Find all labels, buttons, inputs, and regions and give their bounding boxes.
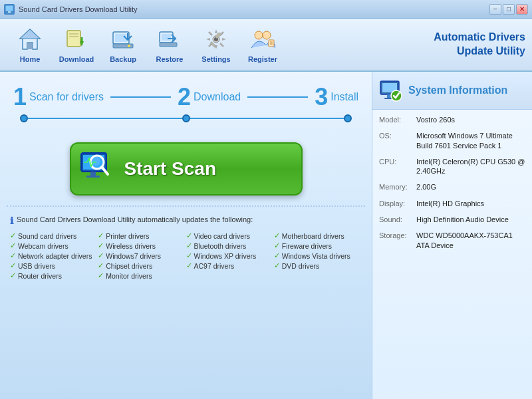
sysinfo-row-os: OS: Microsoft Windows 7 Ultimate Build 7… xyxy=(379,131,525,150)
list-item: ✓Printer drivers xyxy=(98,231,186,240)
left-panel: 1 Scan for drivers 2 Download 3 Install xyxy=(0,72,372,399)
step-1-number: 1 xyxy=(13,85,27,109)
progress-dot-1 xyxy=(20,114,28,122)
sysinfo-row-model: Model: Vostro 260s xyxy=(379,115,525,124)
restore-icon xyxy=(156,26,183,53)
backup-icon xyxy=(110,26,136,53)
sysinfo-title: System Information xyxy=(408,84,507,96)
check-icon: ✓ xyxy=(10,241,16,250)
check-icon: ✓ xyxy=(10,231,16,240)
svg-rect-7 xyxy=(69,33,78,35)
list-item: ✓Network adapter drivers xyxy=(10,251,98,260)
steps-row: 1 Scan for drivers 2 Download 3 Install xyxy=(13,85,358,109)
section-divider xyxy=(7,205,365,207)
step-1-label: Scan for drivers xyxy=(29,91,104,103)
info-icon: ℹ xyxy=(10,215,13,226)
sysinfo-label-model: Model: xyxy=(379,115,412,124)
window-title: Sound Card Drivers Download Utility xyxy=(19,5,489,13)
check-icon: ✓ xyxy=(98,261,104,270)
check-icon: ✓ xyxy=(274,231,280,240)
progress-line-2 xyxy=(190,118,344,119)
sysinfo-value-os: Microsoft Windows 7 Ultimate Build 7601 … xyxy=(416,131,525,150)
check-icon: ✓ xyxy=(274,241,280,250)
download-label: Download xyxy=(59,55,94,63)
sysinfo-label-display: Display: xyxy=(379,199,412,208)
scan-button-area: Start Scan xyxy=(0,136,372,202)
settings-icon xyxy=(203,26,229,53)
toolbar-item-settings[interactable]: Settings xyxy=(193,23,239,66)
scan-monitor-icon xyxy=(78,149,118,189)
app-icon xyxy=(4,4,15,15)
backup-label: Backup xyxy=(110,55,136,63)
list-item: ✓USB drivers xyxy=(10,261,98,270)
sysinfo-value-model: Vostro 260s xyxy=(416,115,455,124)
toolbar-item-register[interactable]: Register xyxy=(239,23,286,66)
step-1: 1 Scan for drivers xyxy=(13,85,104,109)
home-label: Home xyxy=(20,55,41,63)
info-title: ℹ Sound Card Drivers Download Utility au… xyxy=(10,215,362,226)
right-panel: System Information Model: Vostro 260s OS… xyxy=(372,72,532,399)
check-icon: ✓ xyxy=(10,261,16,270)
sysinfo-icon xyxy=(379,78,403,102)
check-icon: ✓ xyxy=(10,271,16,280)
list-item: ✓Fireware drivers xyxy=(274,241,362,250)
window-controls[interactable]: − □ ✕ xyxy=(489,4,528,15)
svg-rect-10 xyxy=(81,37,83,42)
check-icon: ✓ xyxy=(98,231,104,240)
check-icon: ✓ xyxy=(274,261,280,270)
sysinfo-value-sound: High Definition Audio Device xyxy=(416,215,509,224)
toolbar-item-restore[interactable]: Restore xyxy=(146,23,193,66)
sysinfo-row-storage: Storage: WDC WD5000AAKX-753CA1 ATA Devic… xyxy=(379,231,525,250)
list-item: ✓Webcam drivers xyxy=(10,241,98,250)
step-2-number: 2 xyxy=(178,85,191,109)
sysinfo-value-storage: WDC WD5000AAKX-753CA1 ATA Device xyxy=(416,231,525,250)
sysinfo-row-memory: Memory: 2.00G xyxy=(379,182,525,192)
list-item: ✓AC97 drivers xyxy=(186,261,274,270)
progress-line-1 xyxy=(28,118,182,119)
close-button[interactable]: ✕ xyxy=(516,4,528,15)
main-content: 1 Scan for drivers 2 Download 3 Install xyxy=(0,72,532,399)
toolbar-item-backup[interactable]: Backup xyxy=(100,23,146,66)
svg-marker-4 xyxy=(20,29,40,39)
minimize-button[interactable]: − xyxy=(489,4,501,15)
sysinfo-row-display: Display: Intel(R) HD Graphics xyxy=(379,199,525,208)
svg-rect-2 xyxy=(7,13,12,13)
svg-rect-17 xyxy=(162,34,171,41)
step-3-label: Install xyxy=(331,91,358,103)
list-item: ✓Router drivers xyxy=(10,271,98,280)
info-description: Sound Card Drivers Download Utility auto… xyxy=(17,215,253,223)
sysinfo-body: Model: Vostro 260s OS: Microsoft Windows… xyxy=(372,110,532,399)
check-icon: ✓ xyxy=(186,261,192,270)
check-icon: ✓ xyxy=(98,251,104,260)
list-item: ✓Windows7 drivers xyxy=(98,251,186,260)
svg-rect-6 xyxy=(67,31,80,47)
check-icon: ✓ xyxy=(186,241,192,250)
sysinfo-row-cpu: CPU: Intel(R) Celeron(R) CPU G530 @ 2.40… xyxy=(379,157,525,176)
step-3: 3 Install xyxy=(315,85,358,109)
progress-row xyxy=(13,114,358,122)
sysinfo-label-memory: Memory: xyxy=(379,182,412,192)
scan-button-label: Start Scan xyxy=(124,158,217,180)
settings-label: Settings xyxy=(201,55,230,63)
svg-rect-35 xyxy=(86,176,100,178)
restore-label: Restore xyxy=(156,55,184,63)
download-icon xyxy=(63,26,90,53)
toolbar-item-home[interactable]: Home xyxy=(7,23,53,66)
maximize-button[interactable]: □ xyxy=(503,4,515,15)
check-icon: ✓ xyxy=(10,251,16,260)
toolbar-item-download[interactable]: Download xyxy=(53,23,100,66)
check-icon: ✓ xyxy=(186,231,192,240)
svg-rect-8 xyxy=(69,36,78,37)
step-2-label: Download xyxy=(194,91,241,103)
steps-area: 1 Scan for drivers 2 Download 3 Install xyxy=(0,72,372,136)
list-item: ✓Windows Vista drivers xyxy=(274,251,362,260)
list-item: ✓Wireless drivers xyxy=(98,241,186,250)
auto-update-text: Automatic Drivers Update Utility xyxy=(434,31,525,59)
toolbar: Home Download Backup xyxy=(0,19,532,72)
sysinfo-value-cpu: Intel(R) Celeron(R) CPU G530 @ 2.40GHz xyxy=(416,157,525,176)
step-divider-1 xyxy=(110,96,171,98)
driver-grid: ✓Sound card drivers ✓Printer drivers ✓Vi… xyxy=(10,231,362,280)
start-scan-button[interactable]: Start Scan xyxy=(70,142,303,196)
svg-rect-0 xyxy=(5,5,13,11)
svg-rect-5 xyxy=(27,43,33,49)
